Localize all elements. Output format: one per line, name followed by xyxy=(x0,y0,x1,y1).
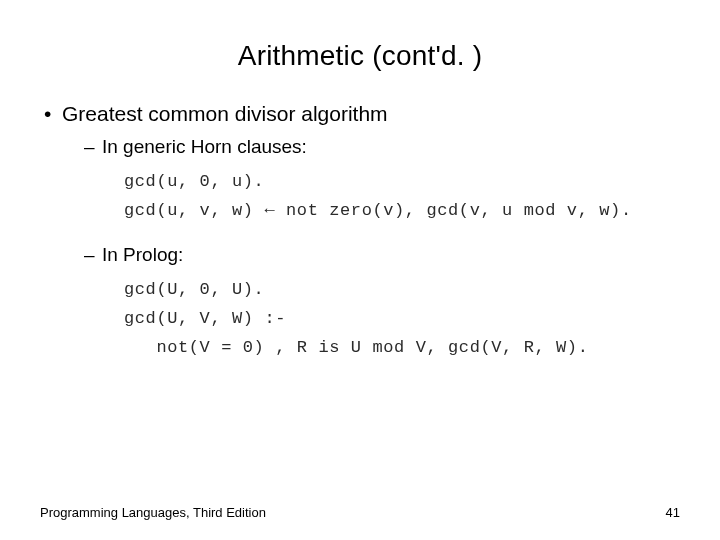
slide-title: Arithmetic (cont'd. ) xyxy=(40,40,680,72)
bullet-sub-horn: In generic Horn clauses: xyxy=(40,136,680,158)
slide: Arithmetic (cont'd. ) Greatest common di… xyxy=(0,0,720,540)
bullet-main: Greatest common divisor algorithm xyxy=(40,102,680,126)
footer: Programming Languages, Third Edition 41 xyxy=(40,505,680,520)
footer-page-number: 41 xyxy=(666,505,680,520)
code-horn-clauses: gcd(u, 0, u). gcd(u, v, w) ← not zero(v)… xyxy=(124,168,680,226)
footer-book-title: Programming Languages, Third Edition xyxy=(40,505,266,520)
code-prolog: gcd(U, 0, U). gcd(U, V, W) :- not(V = 0)… xyxy=(124,276,680,363)
bullet-sub-prolog: In Prolog: xyxy=(40,244,680,266)
